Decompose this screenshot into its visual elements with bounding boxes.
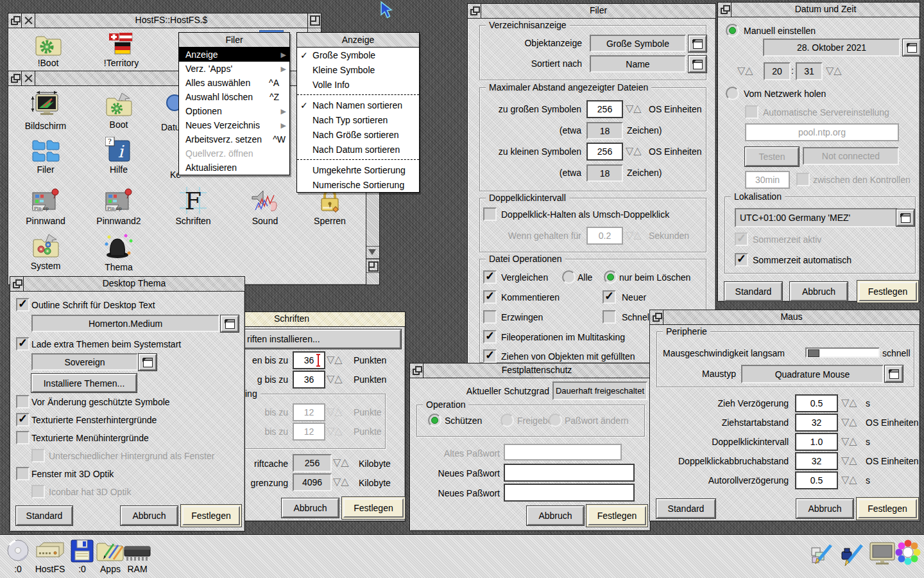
iconbar-apps[interactable]: Apps: [96, 539, 124, 574]
resize-handle-icon[interactable]: [366, 259, 379, 273]
delete-only-radio[interactable]: [604, 270, 617, 284]
close-icon[interactable]: [22, 71, 35, 85]
verify-checkbox[interactable]: [483, 270, 497, 284]
set-button[interactable]: Festlegen: [182, 506, 240, 525]
multitask-checkbox[interactable]: [483, 330, 497, 344]
menu-item-sort-name[interactable]: Nach Namen sortieren: [297, 98, 419, 112]
menu-item-verz-apps[interactable]: Verz. 'Apps': [179, 62, 289, 76]
drag-checkbox[interactable]: [483, 349, 497, 363]
back-icon[interactable]: [718, 3, 732, 17]
force-checkbox[interactable]: [483, 310, 497, 324]
mouse-row0-field[interactable]: 0.5: [795, 394, 838, 412]
menu-item-new-directory[interactable]: Neues Verzeichnis: [179, 118, 289, 132]
desktop-font-field[interactable]: Homerton.Medium: [31, 315, 219, 332]
hostfs-titlebar[interactable]: HostFS::HostFS.$: [8, 13, 321, 28]
mouse-row3-field[interactable]: 32: [795, 452, 838, 470]
iconbar-paint[interactable]: [810, 540, 837, 567]
object-display-popup[interactable]: [689, 35, 706, 52]
cancel-button[interactable]: Abbruch: [282, 498, 339, 518]
menu-item-set-workdir[interactable]: Arbeitsverz. setzen^W: [179, 132, 289, 146]
iconbar-display[interactable]: [868, 540, 897, 567]
fonts-row2-field[interactable]: 36: [293, 371, 325, 389]
fonts-row1-field[interactable]: 36: [293, 351, 325, 369]
fast-checkbox[interactable]: [603, 310, 616, 324]
iconbar-cd[interactable]: :0: [4, 539, 32, 574]
cancel-button[interactable]: Abbruch: [121, 506, 178, 525]
config-icon-pinnwand[interactable]: Pin-up Pinnwand: [22, 187, 69, 226]
config-icon-pinnwand2[interactable]: Pin-up Pinnwand2: [92, 187, 146, 226]
protected-icons-checkbox[interactable]: [16, 395, 30, 408]
minute-adjuster[interactable]: [826, 64, 842, 77]
hour-adjuster[interactable]: [737, 64, 753, 77]
menu-item-sort-type[interactable]: Nach Typ sortieren: [297, 112, 419, 127]
timezone-popup[interactable]: [896, 209, 914, 226]
fonts-limit-field[interactable]: 4096: [293, 473, 332, 491]
iconbar-taskmanager[interactable]: [894, 539, 921, 566]
back-icon[interactable]: [410, 363, 424, 378]
fonts-row1-adjuster[interactable]: [327, 353, 343, 366]
menu-item-sort-size[interactable]: Nach Größe sortieren: [297, 127, 419, 142]
minute-field[interactable]: 31: [796, 62, 823, 80]
set-button[interactable]: Festlegen: [859, 282, 917, 301]
desktop-font-popup[interactable]: [221, 315, 239, 332]
toggle-size-icon[interactable]: [307, 13, 321, 28]
scroll-down-icon[interactable]: [366, 246, 379, 259]
mouse-row4-field[interactable]: 0.5: [795, 471, 838, 489]
slider-thumb[interactable]: [808, 349, 819, 357]
dblclick-hold-checkbox[interactable]: [483, 207, 497, 221]
fonts-sub2-field[interactable]: 12: [293, 423, 325, 441]
mouse-row2-adjuster[interactable]: [841, 435, 857, 448]
date-field[interactable]: 28. Oktober 2021: [763, 39, 900, 57]
cancel-button[interactable]: Abbruch: [790, 282, 848, 301]
config-icon-sperren[interactable]: Sperren: [307, 187, 352, 226]
small-icons-field[interactable]: 256: [586, 143, 623, 161]
file-icon-boot[interactable]: !Boot: [28, 33, 69, 68]
fonts-cache-field[interactable]: 256: [293, 454, 332, 472]
mouse-type-popup[interactable]: [885, 365, 903, 382]
load-themes-checkbox[interactable]: [16, 337, 30, 351]
large-icons-field[interactable]: 256: [586, 100, 623, 118]
all-radio[interactable]: [562, 270, 576, 284]
config-icon-hilfe[interactable]: i ? Hilfe: [98, 137, 139, 175]
theme-titlebar[interactable]: Desktop Thema: [10, 277, 244, 292]
config-icon-boot[interactable]: Boot: [94, 92, 143, 130]
menu-item-numeric-sort[interactable]: Numerische Sortierung: [297, 177, 419, 192]
config-icon-bildschirm[interactable]: Bildschirm: [20, 91, 71, 131]
mouse-row4-adjuster[interactable]: [841, 473, 857, 486]
iconbar-edit[interactable]: [839, 540, 866, 567]
fonts-sub1-field[interactable]: 12: [293, 403, 325, 421]
config-icon-thema[interactable]: Thema: [97, 232, 141, 272]
menu-item-refresh[interactable]: Aktualisieren: [179, 161, 289, 175]
file-icon-territory[interactable]: !Territory: [101, 33, 142, 68]
mouse-row1-adjuster[interactable]: [841, 416, 857, 428]
back-icon[interactable]: [10, 277, 24, 291]
iconbar-floppy[interactable]: :0: [69, 539, 95, 574]
back-icon[interactable]: [8, 13, 22, 28]
config-icon-schriften[interactable]: F Schriften: [169, 186, 218, 226]
protect-radio[interactable]: [428, 414, 441, 427]
win3d-checkbox[interactable]: [16, 467, 30, 480]
menu-item-large-icons[interactable]: Große Symbole: [297, 48, 419, 62]
mouse-row0-adjuster[interactable]: [841, 396, 857, 409]
standard-button[interactable]: Standard: [656, 499, 715, 518]
new-pw-field[interactable]: [504, 464, 635, 482]
mouse-speed-slider[interactable]: [805, 347, 880, 358]
datetime-titlebar[interactable]: Datum und Zeit: [718, 3, 920, 17]
sort-by-popup[interactable]: [689, 56, 706, 73]
date-popup[interactable]: [903, 39, 921, 56]
dst-auto-checkbox[interactable]: [735, 253, 748, 267]
fonts-cache-adjuster[interactable]: [333, 456, 349, 469]
mouse-row2-field[interactable]: 1.0: [795, 433, 838, 451]
mouse-type-field[interactable]: Quadrature Mouse: [741, 365, 884, 383]
set-button[interactable]: Festlegen: [858, 499, 917, 518]
menu-item-select-all[interactable]: Alles auswählen^A: [179, 76, 289, 90]
large-icons-adjuster[interactable]: [626, 102, 642, 115]
theme-name-popup[interactable]: [139, 354, 157, 371]
new-pw2-field[interactable]: [504, 484, 635, 502]
standard-button[interactable]: Standard: [16, 506, 73, 525]
small-icons-adjuster[interactable]: [626, 144, 642, 157]
menu-item-full-info[interactable]: Volle Info: [297, 77, 419, 92]
config-icon-system[interactable]: System: [24, 233, 67, 271]
back-icon[interactable]: [468, 4, 481, 18]
filer-config-titlebar[interactable]: Filer: [468, 4, 715, 19]
